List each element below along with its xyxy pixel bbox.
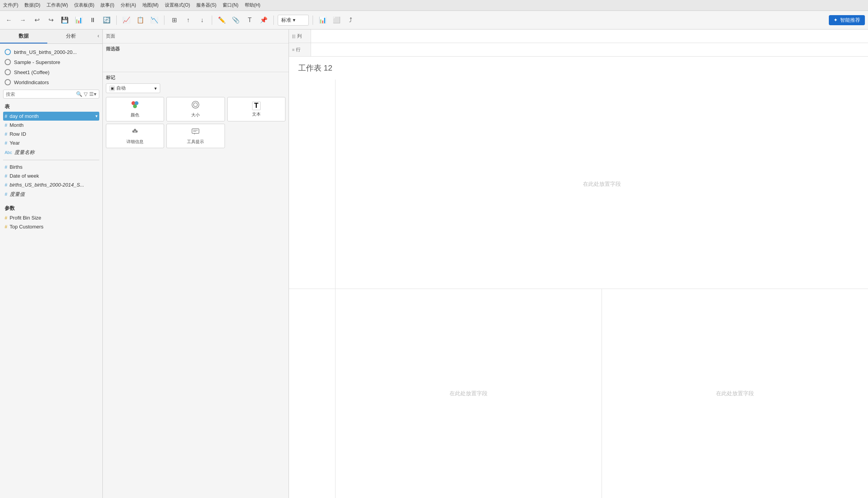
marks-color-button[interactable]: 颜色: [106, 97, 164, 121]
menu-file[interactable]: 文件(F): [3, 2, 18, 9]
field-measure-names[interactable]: Abc 度量名称: [3, 147, 99, 157]
menu-map[interactable]: 地图(M): [142, 2, 159, 9]
svg-rect-9: [192, 129, 199, 133]
field-name-month: Month: [10, 122, 24, 128]
text-button[interactable]: T: [244, 14, 256, 26]
pause-button[interactable]: ⏸: [87, 14, 99, 26]
field-name-row-id: Row ID: [10, 131, 26, 137]
columns-shelf: ||| 列: [289, 29, 868, 43]
right-panel: ||| 列 ≡ 行 工作表 12: [289, 29, 868, 498]
marks-detail-button[interactable]: 详细信息: [106, 124, 164, 148]
collapse-button[interactable]: ‹: [94, 29, 102, 43]
line-chart-button[interactable]: 📉: [149, 14, 160, 26]
view-toggle-button[interactable]: ☰▾: [89, 91, 97, 97]
sep4: [273, 16, 274, 25]
sep5: [313, 16, 313, 25]
canvas-bottom-right[interactable]: 在此处放置字段: [602, 289, 868, 498]
canvas-top-area[interactable]: 在此处放置字段: [335, 80, 868, 289]
filters-header: 筛选器: [106, 46, 285, 52]
menu-window[interactable]: 窗口(N): [223, 2, 239, 9]
columns-content[interactable]: [311, 29, 868, 43]
smart-recommend-label: 智能推荐: [840, 17, 860, 24]
detail-icon: [131, 127, 139, 138]
field-top-customers[interactable]: # Top Customers: [3, 222, 99, 231]
shelf-pages-label: 页面: [103, 33, 134, 40]
pin-button[interactable]: 📌: [258, 14, 270, 26]
search-button[interactable]: 🔍: [76, 91, 82, 97]
field-date-of-week[interactable]: # Date of week: [3, 171, 99, 180]
field-row-id[interactable]: # Row ID: [3, 130, 99, 138]
menu-data[interactable]: 数据(D): [24, 2, 40, 9]
field-month[interactable]: # Month: [3, 121, 99, 130]
forward-button[interactable]: →: [17, 14, 29, 26]
canvas-left-bottom[interactable]: [289, 289, 335, 498]
menu-format[interactable]: 设置格式(O): [165, 2, 190, 9]
field-name-measure-names: 度量名称: [14, 149, 35, 156]
filters-content[interactable]: [106, 54, 285, 69]
field-births[interactable]: # Births: [3, 163, 99, 171]
search-bar: 🔍 ▽ ☰▾: [3, 90, 99, 99]
canvas-bottom-left[interactable]: 在此处放置字段: [335, 289, 602, 498]
highlight-button[interactable]: ✏️: [216, 14, 228, 26]
marks-type-label: 自动: [116, 85, 126, 92]
worksheet-title: 工作表 12: [289, 57, 868, 80]
shelf-pages-content[interactable]: [134, 30, 289, 43]
chart-button[interactable]: 📈: [121, 14, 132, 26]
share-button[interactable]: ⤴: [345, 14, 356, 26]
datasource-item-coffee[interactable]: Sheet1 (Coffee): [3, 67, 99, 77]
marks-size-button[interactable]: 大小: [166, 97, 225, 121]
menu-dashboard[interactable]: 仪表板(B): [74, 2, 94, 9]
save-button[interactable]: 💾: [59, 14, 71, 26]
rows-content[interactable]: [311, 43, 868, 56]
smart-recommend-button[interactable]: ✦ 智能推荐: [829, 15, 865, 25]
canvas-bottom-area: 在此处放置字段 在此处放置字段: [335, 289, 868, 498]
show-me-button[interactable]: 📋: [135, 14, 146, 26]
menu-analysis[interactable]: 分析(A): [121, 2, 136, 9]
field-year[interactable]: # Year: [3, 138, 99, 147]
toolbar-right: ✦ 智能推荐: [829, 15, 865, 25]
canvas-left-column: [289, 80, 335, 498]
field-measure-values[interactable]: # 度量值: [3, 189, 99, 199]
marks-text-button[interactable]: T 文本: [227, 97, 285, 121]
datasource-item-births[interactable]: births_US_births_2000-20...: [3, 47, 99, 57]
annotate-button[interactable]: 📎: [230, 14, 242, 26]
new-datasource-button[interactable]: 📊: [73, 14, 85, 26]
marks-tooltip-button[interactable]: 工具提示: [166, 124, 225, 148]
datasource-item-world[interactable]: WorldIndicators: [3, 77, 99, 87]
svg-point-4: [194, 103, 197, 107]
detail-label: 详细信息: [126, 139, 144, 145]
menu-help[interactable]: 帮助(H): [245, 2, 261, 9]
redo-button[interactable]: ↪: [45, 14, 57, 26]
field-births-us[interactable]: # births_US_births_2000-2014_S...: [3, 180, 99, 189]
datasource-item-superstore[interactable]: Sample - Superstore: [3, 57, 99, 67]
search-input[interactable]: [6, 92, 74, 97]
standard-dropdown[interactable]: 标准 ▾: [278, 15, 309, 26]
field-name-date-of-week: Date of week: [10, 173, 39, 179]
menu-server[interactable]: 服务器(S): [196, 2, 216, 9]
refresh-button[interactable]: 🔄: [101, 14, 112, 26]
field-profit-bin[interactable]: # Profit Bin Size: [3, 213, 99, 222]
canvas-left-top[interactable]: [289, 80, 335, 289]
sep1: [116, 16, 117, 25]
sort-desc-button[interactable]: ↓: [196, 14, 208, 26]
group-button[interactable]: ⊞: [168, 14, 180, 26]
back-button[interactable]: ←: [3, 14, 15, 26]
tab-data[interactable]: 数据: [0, 29, 47, 43]
undo-button[interactable]: ↩: [31, 14, 43, 26]
field-name-profit-bin: Profit Bin Size: [10, 215, 41, 221]
menu-worksheet[interactable]: 工作表(W): [47, 2, 68, 9]
lightbulb-icon: ✦: [833, 17, 838, 23]
sort-asc-button[interactable]: ↑: [182, 14, 194, 26]
menu-story[interactable]: 故事(I): [100, 2, 114, 9]
left-panel-inner: births_US_births_2000-20... Sample - Sup…: [0, 44, 102, 498]
bar-chart-button[interactable]: 📊: [317, 14, 329, 26]
tab-analysis[interactable]: 分析: [47, 29, 95, 43]
section-tables-header: 表: [3, 101, 99, 112]
field-day-of-month[interactable]: # day of month ▾: [3, 112, 99, 121]
marks-type-dropdown[interactable]: ▣ 自动 ▾: [106, 83, 160, 93]
filter-button[interactable]: ▽: [84, 91, 88, 97]
tooltip-icon: [191, 127, 200, 138]
toolbar: ← → ↩ ↪ 💾 📊 ⏸ 🔄 📈 📋 📉 ⊞ ↑ ↓ ✏️ 📎 T 📌 标准 …: [0, 11, 868, 29]
layout-button[interactable]: ⬜: [331, 14, 342, 26]
hash-icon-mv: #: [5, 192, 7, 197]
